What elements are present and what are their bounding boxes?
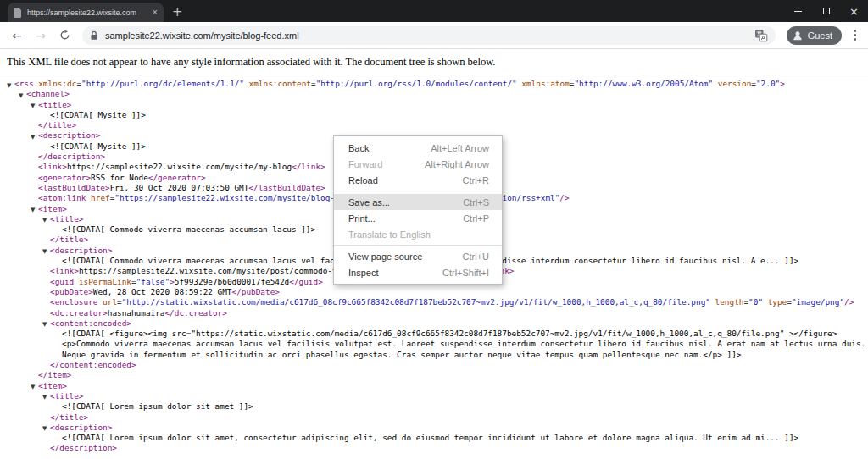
reload-icon — [59, 30, 70, 41]
forward-button[interactable]: → — [31, 25, 51, 46]
xml-token-attr: href — [86, 193, 109, 202]
xml-line: <dc:creator>hasnahumaira</dc:creator> — [0, 308, 868, 318]
xml-notice: This XML file does not appear to have an… — [0, 49, 868, 75]
context-menu: Back Alt+Left Arrow Forward Alt+Right Ar… — [333, 135, 503, 285]
browser-tab[interactable]: https://samplesite22.wixsite.com × — [8, 3, 164, 22]
xml-token-val: "http://www.w3.org/2005/Atom" — [574, 79, 713, 88]
menu-item-forward[interactable]: Forward Alt+Right Arrow — [334, 156, 502, 172]
xml-line: <pubDate>Wed, 28 Oct 2020 08:59:22 GMT</… — [0, 287, 868, 297]
menu-item-shortcut: Ctrl+P — [463, 213, 489, 224]
xml-token-tag: <title> — [50, 391, 84, 401]
xml-token-tag: <description> — [38, 130, 100, 140]
xml-token-tag: </dc:creator> — [164, 308, 226, 318]
menu-item-print[interactable]: Print... Ctrl+P — [334, 210, 502, 226]
xml-token-tag: <dc:creator> — [50, 308, 108, 318]
xml-line: </content:encoded> — [0, 360, 868, 370]
xml-token-tag: <atom:link — [38, 193, 86, 202]
xml-token-text: hasnahumaira — [108, 308, 165, 318]
more-icon — [854, 30, 857, 32]
tab-favicon-icon — [14, 8, 22, 18]
toolbar: ← → samplesite22.wixsite.com/mysite/blog… — [0, 22, 868, 49]
menu-item-save-as[interactable]: Save as... Ctrl+S — [334, 194, 502, 210]
xml-token-text: <![CDATA[ <figure><img src="https://stat… — [62, 329, 868, 359]
xml-token-attr: xmlns:dc — [34, 79, 77, 88]
xml-token-tag: <lastBuildDate> — [38, 183, 110, 192]
xml-line: </title> — [0, 412, 868, 423]
xml-token-tag: <guid — [50, 277, 74, 286]
xml-line: ▼<content:encoded> — [0, 318, 868, 329]
tab-close-icon[interactable]: × — [153, 8, 158, 17]
menu-item-shortcut: Ctrl+Shift+I — [442, 268, 489, 278]
xml-line: ▼<rss xmlns:dc="http://purl.org/dc/eleme… — [0, 79, 868, 89]
new-tab-button[interactable]: + — [172, 6, 183, 19]
xml-token-tag: <pubDate> — [50, 287, 93, 296]
xml-line: ▼<item> — [0, 381, 868, 391]
menu-item-inspect[interactable]: Inspect Ctrl+Shift+I — [334, 264, 502, 280]
menu-item-label: Inspect — [348, 268, 442, 278]
minimize-icon — [794, 11, 802, 12]
xml-line: <![CDATA[ Lorem ipsum dolor sit amet ]]> — [0, 401, 868, 412]
xml-token-text: RSS for Node — [91, 173, 148, 182]
xml-token-tag: <item> — [38, 204, 67, 213]
xml-token-text: <![CDATA[ Mysite ]]> — [50, 141, 146, 151]
menu-item-label: Reload — [348, 175, 463, 185]
xml-token-tag: </title> — [50, 412, 88, 422]
xml-token-attr: type — [763, 297, 787, 307]
xml-token-tag: <link> — [50, 266, 79, 275]
xml-line: </item> — [0, 370, 868, 380]
xml-line: <![CDATA[ Mysite ]]> — [0, 110, 868, 120]
guest-profile-button[interactable]: Guest — [787, 26, 842, 45]
xml-token-tag: <rss — [14, 79, 34, 88]
xml-line: </description> — [0, 443, 868, 453]
more-menu-button[interactable] — [848, 25, 863, 46]
xml-line: <![CDATA[ <figure><img src="https://stat… — [0, 329, 868, 360]
xml-token-text: <![CDATA[ Lorem ipsum dolor sit amet ]]> — [62, 401, 253, 411]
xml-token-attr: isPermaLink — [74, 277, 131, 286]
close-icon: × — [849, 6, 859, 17]
menu-item-label: Save as... — [348, 197, 463, 207]
back-icon: ← — [12, 29, 22, 42]
xml-token-attr: version — [713, 79, 751, 88]
close-button[interactable]: × — [840, 0, 868, 22]
menu-item-label: Back — [348, 143, 431, 153]
xml-token-tag: </link> — [292, 162, 326, 171]
translate-button[interactable] — [754, 29, 768, 42]
menu-item-shortcut: Alt+Left Arrow — [431, 143, 489, 153]
xml-token-val: "false" — [136, 277, 170, 286]
omnibox[interactable]: samplesite22.wixsite.com/mysite/blog-fee… — [82, 26, 776, 45]
guest-label: Guest — [808, 30, 832, 41]
menu-item-label: Forward — [348, 159, 425, 169]
maximize-button[interactable] — [812, 0, 840, 22]
xml-token-tag: /> — [559, 193, 569, 202]
menu-separator — [334, 191, 502, 191]
xml-token-tag: </title> — [38, 120, 76, 130]
menu-item-shortcut: Alt+Right Arrow — [425, 159, 489, 169]
xml-token-tag: <title> — [38, 100, 72, 109]
xml-token-text: <![CDATA[ Lorem ipsum dolor sit amet, co… — [62, 433, 798, 442]
menu-item-view-source[interactable]: View page source Ctrl+U — [334, 248, 502, 264]
xml-token-text: Fri, 30 Oct 2020 07:03:50 GMT — [110, 183, 249, 192]
menu-item-shortcut: Ctrl+S — [463, 197, 489, 207]
xml-token-val: "0" — [748, 297, 763, 307]
titlebar: https://samplesite22.wixsite.com × + × — [0, 0, 868, 22]
xml-token-val: "http://purl.org/dc/elements/1.1/" — [81, 79, 244, 88]
xml-token-tag: <channel> — [26, 89, 70, 98]
xml-token-val: "http://static.wixstatic.com/media/c617d… — [122, 297, 710, 307]
menu-item-translate[interactable]: Translate to English — [334, 226, 502, 242]
back-button[interactable]: ← — [7, 25, 27, 46]
xml-token-text: 5f99329e7b60d00017fe542d — [175, 277, 289, 286]
reload-button[interactable] — [54, 25, 75, 46]
xml-token-attr: length — [710, 297, 744, 307]
minimize-button[interactable] — [784, 0, 812, 22]
menu-item-back[interactable]: Back Alt+Left Arrow — [334, 140, 502, 156]
xml-line: </title> — [0, 120, 868, 130]
xml-token-tag: </generator> — [148, 173, 206, 182]
xml-token-tag: </item> — [38, 370, 72, 379]
xml-token-text: https://samplesite22.wixsite.com/mysite/… — [67, 162, 292, 171]
xml-token-val: "2.0" — [756, 79, 780, 88]
xml-token-tag: > — [780, 79, 785, 88]
xml-token-tag: </description> — [50, 443, 117, 452]
xml-token-attr: url — [97, 297, 117, 307]
menu-item-reload[interactable]: Reload Ctrl+R — [334, 172, 502, 188]
lock-icon — [90, 30, 98, 41]
